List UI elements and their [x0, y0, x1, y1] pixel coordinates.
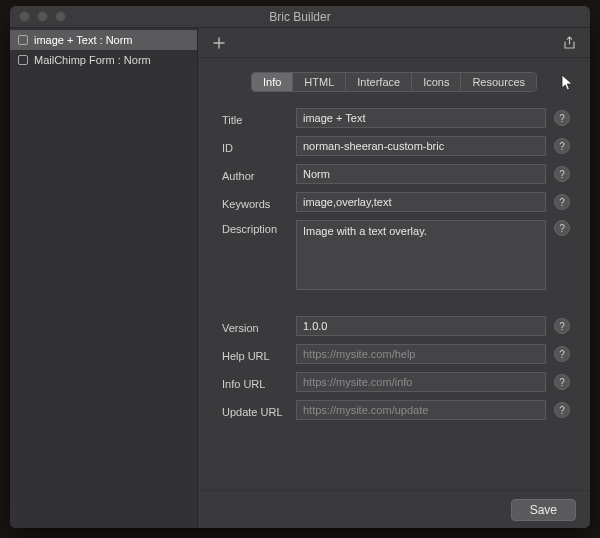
input-update-url[interactable]: https://mysite.com/update [296, 400, 546, 420]
help-icon[interactable]: ? [554, 220, 570, 236]
help-icon[interactable]: ? [554, 194, 570, 210]
tab-resources[interactable]: Resources [461, 73, 536, 91]
help-icon[interactable]: ? [554, 374, 570, 390]
input-version[interactable]: 1.0.0 [296, 316, 546, 336]
main-panel: Info HTML Interface Icons Resources Titl… [198, 28, 590, 528]
input-id[interactable]: norman-sheeran-custom-bric [296, 136, 546, 156]
bric-icon [18, 35, 28, 45]
bric-icon [18, 55, 28, 65]
input-description[interactable]: Image with a text overlay. [296, 220, 546, 290]
help-icon[interactable]: ? [554, 166, 570, 182]
input-author[interactable]: Norm [296, 164, 546, 184]
label-description: Description [222, 220, 288, 235]
sidebar: image + Text : Norm MailChimp Form : Nor… [10, 28, 198, 528]
label-title: Title [222, 111, 288, 126]
label-version: Version [222, 319, 288, 334]
toolbar [198, 28, 590, 58]
input-info-url[interactable]: https://mysite.com/info [296, 372, 546, 392]
save-button[interactable]: Save [511, 499, 576, 521]
help-icon[interactable]: ? [554, 138, 570, 154]
titlebar: Bric Builder [10, 6, 590, 28]
input-keywords[interactable]: image,overlay,text [296, 192, 546, 212]
footer: Save [198, 490, 590, 528]
label-keywords: Keywords [222, 195, 288, 210]
app-window: Bric Builder image + Text : Norm MailChi… [10, 6, 590, 528]
sidebar-item-label: image + Text : Norm [34, 34, 133, 46]
tab-info[interactable]: Info [252, 73, 293, 91]
share-button[interactable] [558, 33, 580, 53]
sidebar-item-label: MailChimp Form : Norm [34, 54, 151, 66]
label-author: Author [222, 167, 288, 182]
label-info-url: Info URL [222, 375, 288, 390]
help-icon[interactable]: ? [554, 318, 570, 334]
label-update-url: Update URL [222, 403, 288, 418]
label-id: ID [222, 139, 288, 154]
tabs: Info HTML Interface Icons Resources [198, 72, 590, 92]
cursor-icon [561, 74, 574, 95]
sidebar-item-image-text[interactable]: image + Text : Norm [10, 30, 197, 50]
input-title[interactable]: image + Text [296, 108, 546, 128]
help-icon[interactable]: ? [554, 110, 570, 126]
tab-interface[interactable]: Interface [346, 73, 412, 91]
tab-html[interactable]: HTML [293, 73, 346, 91]
form-info: Title image + Text ? ID norman-sheeran-c… [198, 92, 590, 490]
add-button[interactable] [208, 33, 230, 53]
label-help-url: Help URL [222, 347, 288, 362]
window-title: Bric Builder [10, 10, 590, 24]
tab-icons[interactable]: Icons [412, 73, 461, 91]
help-icon[interactable]: ? [554, 402, 570, 418]
input-help-url[interactable]: https://mysite.com/help [296, 344, 546, 364]
help-icon[interactable]: ? [554, 346, 570, 362]
sidebar-item-mailchimp[interactable]: MailChimp Form : Norm [10, 50, 197, 70]
